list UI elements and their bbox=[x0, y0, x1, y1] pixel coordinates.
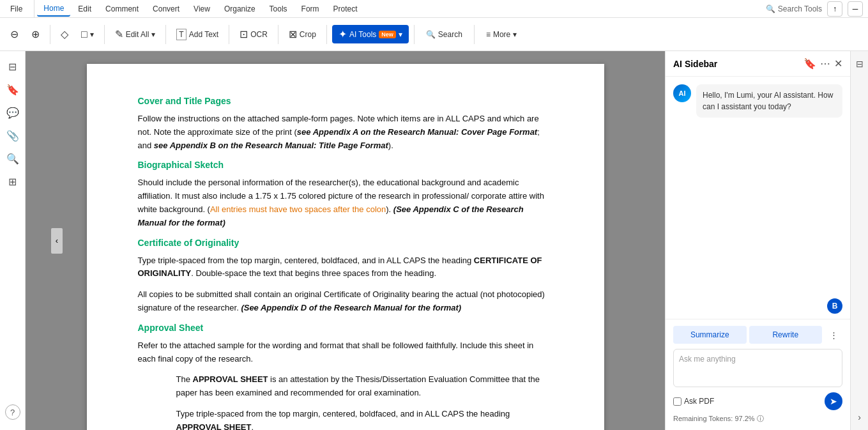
send-icon: ➤ bbox=[830, 396, 837, 406]
heading-approval: Approval Sheet bbox=[138, 323, 553, 333]
divider-9 bbox=[474, 25, 475, 44]
send-button[interactable]: ➤ bbox=[825, 392, 842, 410]
search-sidebar-icon[interactable]: 🔍 bbox=[3, 148, 23, 169]
crop-button[interactable]: ⊠ Crop bbox=[284, 25, 321, 43]
attachment-icon[interactable]: 📎 bbox=[3, 125, 23, 146]
comment-icon[interactable]: 💬 bbox=[3, 102, 23, 123]
heading-biographical: Biographical Sketch bbox=[138, 160, 553, 170]
page-thumbnail-icon[interactable]: ⊟ bbox=[3, 56, 23, 77]
filter-icon[interactable]: ⊟ bbox=[852, 56, 867, 72]
menu-tools[interactable]: Tools bbox=[263, 2, 294, 16]
highlight-button[interactable]: ◇ bbox=[56, 25, 73, 43]
ai-action-icon[interactable]: B bbox=[827, 298, 842, 314]
ai-sidebar-body: AI Hello, I'm Lumi, your AI assistant. H… bbox=[666, 77, 850, 298]
section-biographical: Biographical Sketch Should include the p… bbox=[138, 160, 553, 229]
ai-sidebar-footer: Summarize Rewrite ⋮ Ask me anything Ask … bbox=[666, 319, 850, 430]
menu-form[interactable]: Form bbox=[295, 2, 326, 16]
ai-greeting-message: AI Hello, I'm Lumi, your AI assistant. H… bbox=[673, 84, 842, 118]
menu-comment[interactable]: Comment bbox=[99, 2, 145, 16]
divider-5 bbox=[229, 25, 229, 44]
edit-all-dropdown-icon: ▾ bbox=[151, 30, 155, 39]
ai-tab-more-button[interactable]: ⋮ bbox=[825, 326, 842, 344]
add-text-icon: T bbox=[176, 29, 186, 40]
menu-protect[interactable]: Protect bbox=[327, 2, 364, 16]
toolbar: ⊖ ⊕ ◇ □ ▾ ✎ Edit All ▾ T Add Text ⊡ OCR … bbox=[0, 18, 868, 51]
para-certificate-2: All copies to be submitted shall contain… bbox=[138, 288, 553, 315]
rewrite-tab[interactable]: Rewrite bbox=[749, 326, 823, 344]
more-dropdown-icon: ▾ bbox=[513, 30, 517, 39]
search-icon: 🔍 bbox=[426, 30, 436, 39]
tokens-help-icon[interactable]: ⓘ bbox=[757, 415, 764, 422]
menu-edit[interactable]: Edit bbox=[72, 2, 98, 16]
file-menu[interactable]: File bbox=[5, 1, 27, 17]
content-area[interactable]: ‹ Cover and Title Pages Follow the instr… bbox=[26, 51, 665, 430]
ocr-icon: ⊡ bbox=[240, 28, 248, 40]
heading-certificate: Certificate of Originality bbox=[138, 238, 553, 248]
para-certificate-1: Type triple-spaced from the top margin, … bbox=[138, 254, 553, 281]
ai-tools-dropdown-icon: ▾ bbox=[399, 30, 402, 39]
ai-footer-tabs: Summarize Rewrite ⋮ bbox=[673, 326, 842, 344]
add-text-button[interactable]: T Add Text bbox=[171, 26, 224, 43]
ai-tools-icon: ✦ bbox=[339, 28, 347, 40]
menu-home[interactable]: Home bbox=[37, 1, 70, 17]
zoom-in-icon: ⊕ bbox=[31, 28, 40, 40]
ai-sidebar: W AI Sidebar 🔖 ⋯ ✕ AI Hello, I'm Lumi, y… bbox=[665, 51, 850, 430]
ai-greeting-text: Hello, I'm Lumi, your AI assistant. How … bbox=[696, 84, 842, 118]
more-button[interactable]: ≡ More ▾ bbox=[480, 27, 523, 42]
menu-convert[interactable]: Convert bbox=[146, 2, 186, 16]
section-certificate: Certificate of Originality Type triple-s… bbox=[138, 238, 553, 315]
highlight-icon: ◇ bbox=[61, 28, 68, 40]
ask-pdf-checkbox[interactable] bbox=[673, 397, 681, 406]
search-tools-icon: 🔍 bbox=[766, 4, 775, 13]
help-icon[interactable]: ? bbox=[5, 404, 20, 420]
zoom-out-button[interactable]: ⊖ bbox=[5, 25, 24, 43]
para-approval-1: Refer to the attached sample for the wor… bbox=[138, 339, 553, 366]
para-approval-3: Type triple-spaced from the top margin, … bbox=[176, 408, 553, 430]
main-layout: ⊟ 🔖 💬 📎 🔍 ⊞ ? ‹ Cover and Title Pages Fo… bbox=[0, 51, 868, 430]
ai-footer-bottom: Ask PDF ➤ bbox=[673, 392, 842, 410]
zoom-in-button[interactable]: ⊕ bbox=[26, 25, 45, 43]
layers-icon[interactable]: ⊞ bbox=[3, 171, 23, 192]
crop-icon: ⊠ bbox=[289, 28, 297, 40]
menu-organize[interactable]: Organize bbox=[218, 2, 262, 16]
close-ai-sidebar-icon[interactable]: ✕ bbox=[834, 58, 842, 70]
left-nav-arrow[interactable]: ‹ bbox=[51, 228, 63, 254]
divider-3 bbox=[104, 25, 105, 44]
ai-tools-button[interactable]: ✦ AI Tools New ▾ bbox=[332, 25, 409, 43]
ocr-button[interactable]: ⊡ OCR bbox=[234, 25, 273, 43]
shape-dropdown-icon: ▾ bbox=[90, 30, 94, 39]
far-right-panel: ⊟ › bbox=[850, 51, 868, 430]
para-biographical-1: Should include the personal information … bbox=[138, 176, 553, 229]
search-tools-button[interactable]: 🔍 Search Tools bbox=[766, 4, 822, 13]
bookmark-icon[interactable]: 🔖 bbox=[3, 79, 23, 100]
menu-view[interactable]: View bbox=[187, 2, 217, 16]
divider-4 bbox=[165, 25, 166, 44]
ask-pdf-checkbox-label[interactable]: Ask PDF bbox=[673, 397, 714, 406]
minimize-button[interactable]: ─ bbox=[848, 1, 863, 17]
bookmark-header-icon[interactable]: 🔖 bbox=[803, 58, 816, 70]
heading-cover-title: Cover and Title Pages bbox=[138, 96, 553, 106]
edit-all-icon: ✎ bbox=[115, 28, 123, 40]
upload-button[interactable]: ↑ bbox=[827, 1, 842, 17]
divider-2 bbox=[50, 25, 50, 44]
edit-all-button[interactable]: ✎ Edit All ▾ bbox=[110, 25, 161, 43]
divider-1 bbox=[34, 0, 34, 19]
search-button[interactable]: 🔍 Search bbox=[420, 27, 469, 42]
more-header-icon[interactable]: ⋯ bbox=[820, 58, 830, 70]
pdf-page: Cover and Title Pages Follow the instruc… bbox=[87, 64, 604, 430]
shape-button[interactable]: □ ▾ bbox=[76, 26, 99, 43]
collapse-right-icon[interactable]: › bbox=[852, 410, 867, 425]
ai-sidebar-header-icons: 🔖 ⋯ ✕ bbox=[803, 58, 842, 70]
more-icon: ≡ bbox=[486, 30, 491, 39]
ai-sidebar-header: AI Sidebar 🔖 ⋯ ✕ bbox=[666, 51, 850, 77]
left-sidebar: ⊟ 🔖 💬 📎 🔍 ⊞ ? bbox=[0, 51, 26, 430]
shape-icon: □ bbox=[81, 29, 88, 40]
zoom-out-icon: ⊖ bbox=[10, 28, 19, 40]
divider-6 bbox=[278, 25, 278, 44]
summarize-tab[interactable]: Summarize bbox=[673, 326, 747, 344]
section-approval: Approval Sheet Refer to the attached sam… bbox=[138, 323, 553, 430]
ai-input-field[interactable]: Ask me anything bbox=[673, 349, 842, 387]
sidebar-bottom: ? bbox=[5, 404, 20, 425]
ai-action-area: B bbox=[666, 298, 850, 319]
divider-8 bbox=[414, 25, 415, 44]
